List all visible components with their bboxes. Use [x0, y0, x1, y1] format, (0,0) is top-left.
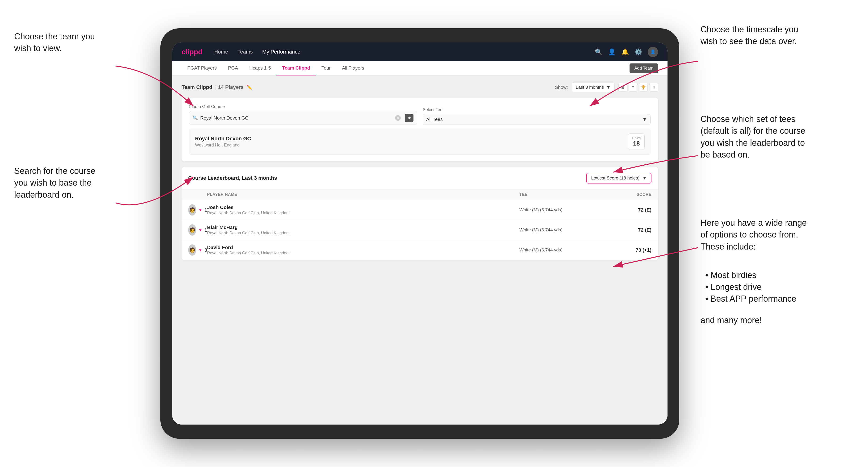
- score-header: SCORE: [604, 192, 651, 197]
- rank-cell-1: 🧑 ♥ 1: [188, 204, 207, 216]
- player-name-header: PLAYER NAME: [207, 192, 519, 197]
- tee-cell-2: White (M) (6,744 yds): [519, 227, 604, 232]
- show-label: Show:: [555, 85, 568, 90]
- leaderboard-header: Course Leaderboard, Last 3 months Lowest…: [182, 167, 658, 189]
- holes-badge: Holes 18: [628, 133, 645, 150]
- find-course-label: Find a Golf Course: [189, 104, 417, 109]
- score-cell-2: 72 (E): [604, 227, 651, 233]
- navbar: clippd Home Teams My Performance 🔍 👤 🔔 ⚙…: [172, 42, 668, 61]
- player-cell-3: David Ford Royal North Devon Golf Club, …: [207, 245, 519, 255]
- rank-cell-2: 🧑 ♥ 1: [188, 224, 207, 236]
- team-header: Team Clippd | 14 Players ✏️ Show: Last 3…: [182, 83, 658, 92]
- course-info: Royal North Devon GC Westward Ho!, Engla…: [195, 135, 251, 148]
- player-name-2: Blair McHarg: [207, 224, 290, 230]
- avatar[interactable]: 👤: [648, 47, 658, 57]
- player-club-1: Royal North Devon Golf Club, United King…: [207, 211, 290, 215]
- course-search-input[interactable]: [200, 115, 393, 121]
- main-content: Team Clippd | 14 Players ✏️ Show: Last 3…: [172, 75, 668, 425]
- course-location: Westward Ho!, England: [195, 143, 251, 148]
- tab-pga[interactable]: PGA: [222, 61, 244, 75]
- player-name-1: Josh Coles: [207, 205, 290, 210]
- table-row: 🧑 ♥ 3 David Ford Royal North Devon Golf …: [182, 240, 658, 260]
- subnav-tabs: PGAT Players PGA Hcaps 1-5 Team Clippd T…: [182, 61, 629, 75]
- rank-num-2: 1: [205, 227, 207, 233]
- tee-cell-1: White (M) (6,744 yds): [519, 207, 604, 213]
- nav-teams[interactable]: Teams: [238, 49, 253, 55]
- score-cell-1: 72 (E): [604, 207, 651, 213]
- tee-select-group: Select Tee All Tees ▼: [423, 107, 651, 125]
- course-search-group: Find a Golf Course 🔍 ✕ ★: [189, 104, 417, 125]
- tab-pgat-players[interactable]: PGAT Players: [182, 61, 222, 75]
- notification-icon[interactable]: 🔔: [621, 49, 629, 56]
- score-type-chevron-icon: ▼: [642, 176, 647, 181]
- nav-home[interactable]: Home: [214, 49, 228, 55]
- leaderboard-title: Course Leaderboard, Last 3 months: [188, 175, 277, 181]
- rank-header: [188, 192, 207, 197]
- player-cell-2: Blair McHarg Royal North Devon Golf Club…: [207, 224, 519, 236]
- download-button[interactable]: ⬇: [650, 83, 658, 92]
- heart-icon-2: ♥: [199, 228, 202, 232]
- holes-label: Holes: [632, 136, 641, 140]
- clear-search-button[interactable]: ✕: [395, 115, 401, 121]
- annotation-bottom-left: Search for the courseyou wish to base th…: [14, 165, 95, 201]
- chevron-down-icon: ▼: [606, 85, 611, 90]
- edit-icon[interactable]: ✏️: [247, 85, 252, 90]
- player-count: | 14 Players: [215, 84, 244, 90]
- show-dropdown[interactable]: Last 3 months ▼: [572, 83, 615, 92]
- leaderboard-table: PLAYER NAME TEE SCORE 🧑 ♥ 1 J: [182, 189, 658, 260]
- player-club-2: Royal North Devon Golf Club, United King…: [207, 231, 290, 236]
- table-row: 🧑 ♥ 1 Josh Coles Royal North Devon Golf …: [182, 200, 658, 220]
- player-info-2: Blair McHarg Royal North Devon Golf Club…: [207, 224, 290, 236]
- avatar-1: 🧑: [188, 204, 196, 216]
- tee-dropdown[interactable]: All Tees ▼: [423, 114, 651, 125]
- rank-num-1: 1: [205, 207, 207, 213]
- team-name: Team Clippd: [182, 84, 212, 90]
- search-input-wrap: 🔍 ✕ ★: [189, 111, 417, 125]
- nav-my-performance[interactable]: My Performance: [262, 49, 300, 55]
- score-type-dropdown[interactable]: Lowest Score (18 holes) ▼: [586, 173, 651, 184]
- rank-num-3: 3: [205, 247, 207, 253]
- search-icon: 🔍: [193, 115, 198, 121]
- table-row: 🧑 ♥ 1 Blair McHarg Royal North Devon Gol…: [182, 220, 658, 240]
- trophy-button[interactable]: 🏆: [639, 83, 648, 92]
- annotation-top-left: Choose the team youwish to view.: [14, 31, 95, 55]
- tablet-device: clippd Home Teams My Performance 🔍 👤 🔔 ⚙…: [160, 28, 679, 439]
- search-icon[interactable]: 🔍: [595, 49, 602, 56]
- tee-cell-3: White (M) (6,744 yds): [519, 247, 604, 253]
- course-result: Royal North Devon GC Westward Ho!, Engla…: [189, 129, 651, 155]
- table-header: PLAYER NAME TEE SCORE: [182, 189, 658, 200]
- subnav: PGAT Players PGA Hcaps 1-5 Team Clippd T…: [172, 61, 668, 75]
- search-row: Find a Golf Course 🔍 ✕ ★ Select Tee All …: [189, 104, 651, 125]
- tab-tour[interactable]: Tour: [316, 61, 336, 75]
- star-button[interactable]: ★: [405, 114, 413, 122]
- tee-label: Select Tee: [423, 107, 651, 112]
- player-club-3: Royal North Devon Golf Club, United King…: [207, 251, 290, 255]
- score-cell-3: 73 (+1): [604, 247, 651, 253]
- list-view-button[interactable]: ≡: [629, 83, 637, 92]
- player-cell-1: Josh Coles Royal North Devon Golf Club, …: [207, 205, 519, 215]
- player-info-3: David Ford Royal North Devon Golf Club, …: [207, 245, 290, 255]
- tab-all-players[interactable]: All Players: [336, 61, 370, 75]
- annotation-top-right: Choose the timescale youwish to see the …: [701, 24, 798, 48]
- search-panel: Find a Golf Course 🔍 ✕ ★ Select Tee All …: [182, 98, 658, 161]
- tab-team-clippd[interactable]: Team Clippd: [276, 61, 316, 75]
- heart-icon-1: ♥: [199, 208, 202, 213]
- annotation-mid-right: Choose which set of tees(default is all)…: [701, 113, 805, 161]
- score-type-label: Lowest Score (18 holes): [591, 176, 640, 181]
- tee-header: TEE: [519, 192, 604, 197]
- tee-value: All Tees: [426, 117, 443, 122]
- tablet-screen: clippd Home Teams My Performance 🔍 👤 🔔 ⚙…: [172, 42, 668, 425]
- users-icon[interactable]: 👤: [608, 49, 616, 56]
- heart-icon-3: ♥: [199, 248, 202, 253]
- add-team-button[interactable]: Add Team: [629, 63, 658, 73]
- navbar-links: Home Teams My Performance: [214, 49, 595, 55]
- player-info-1: Josh Coles Royal North Devon Golf Club, …: [207, 205, 290, 215]
- team-title: Team Clippd | 14 Players ✏️: [182, 84, 252, 90]
- settings-icon[interactable]: ⚙️: [634, 49, 642, 56]
- tab-hcaps[interactable]: Hcaps 1-5: [244, 61, 276, 75]
- grid-view-button[interactable]: ⊞: [618, 83, 627, 92]
- view-icons: ⊞ ≡ 🏆 ⬇: [618, 83, 658, 92]
- leaderboard-section: Course Leaderboard, Last 3 months Lowest…: [182, 167, 658, 260]
- show-controls: Show: Last 3 months ▼ ⊞ ≡ 🏆 ⬇: [555, 83, 658, 92]
- holes-number: 18: [632, 140, 641, 147]
